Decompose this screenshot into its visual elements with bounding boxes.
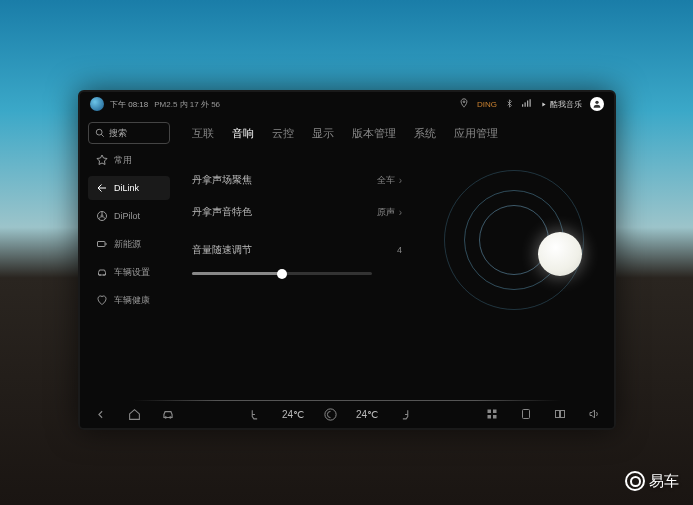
- car-button[interactable]: [160, 406, 176, 422]
- watermark: 易车: [625, 471, 679, 491]
- svg-rect-17: [488, 415, 492, 419]
- steering-icon: [96, 210, 108, 222]
- sidebar-label: 车辆设置: [114, 266, 150, 279]
- tab-apps[interactable]: 应用管理: [454, 126, 498, 141]
- ding-label: DING: [477, 100, 497, 109]
- sidebar-item-dilink[interactable]: DiLink: [88, 176, 170, 200]
- svg-rect-16: [493, 410, 497, 414]
- bottom-bar: 24℃ 24℃: [80, 400, 614, 428]
- svg-point-13: [170, 417, 171, 418]
- tab-cloud[interactable]: 云控: [272, 126, 294, 141]
- volume-slider[interactable]: [192, 272, 372, 275]
- slider-fill: [192, 272, 282, 275]
- setting-value: 4: [397, 245, 402, 255]
- sidebar-label: DiPilot: [114, 211, 140, 221]
- sidebar-item-vehicle-settings[interactable]: 车辆设置: [88, 260, 170, 284]
- svg-rect-20: [556, 411, 560, 418]
- seat-right-button[interactable]: [396, 406, 412, 422]
- pm25-readout: PM2.5 内 17 外 56: [154, 99, 220, 110]
- setting-label: 丹拿声音特色: [192, 205, 252, 219]
- avatar-icon[interactable]: [590, 97, 604, 111]
- setting-sound-tone[interactable]: 丹拿声音特色 原声›: [192, 196, 402, 228]
- chevron-right-icon: ›: [399, 175, 402, 186]
- infotainment-screen: 下午 08:18 PM2.5 内 17 外 56 DING 酷我音乐: [78, 90, 616, 430]
- svg-point-12: [165, 417, 166, 418]
- car-icon: [96, 266, 108, 278]
- location-icon[interactable]: [459, 98, 469, 110]
- svg-point-0: [463, 101, 465, 103]
- sidebar-label: 常用: [114, 154, 132, 167]
- tab-connect[interactable]: 互联: [192, 126, 214, 141]
- search-input[interactable]: 搜索: [88, 122, 170, 144]
- svg-rect-21: [561, 411, 565, 418]
- svg-point-8: [101, 215, 103, 217]
- home-button[interactable]: [126, 406, 142, 422]
- watermark-icon: [625, 471, 645, 491]
- search-placeholder: 搜索: [109, 127, 127, 140]
- back-icon: [96, 182, 108, 194]
- tab-display[interactable]: 显示: [312, 126, 334, 141]
- chevron-right-icon: ›: [399, 207, 402, 218]
- apps-button[interactable]: [484, 406, 500, 422]
- svg-rect-15: [488, 410, 492, 414]
- slider-knob[interactable]: [277, 269, 287, 279]
- sidebar-item-frequent[interactable]: 常用: [88, 148, 170, 172]
- svg-point-14: [324, 408, 335, 419]
- search-icon: [95, 128, 105, 138]
- globe-icon: [90, 97, 104, 111]
- clock: 下午 08:18: [110, 99, 148, 110]
- watermark-label: 易车: [649, 472, 679, 491]
- sidebar-label: DiLink: [114, 183, 139, 193]
- tab-system[interactable]: 系统: [414, 126, 436, 141]
- seat-left-button[interactable]: [248, 406, 264, 422]
- audio-settings: 丹拿声场聚焦 全车› 丹拿声音特色 原声› 音量随速调节 4: [192, 164, 402, 275]
- setting-value: 原声: [377, 206, 395, 219]
- svg-point-5: [595, 101, 598, 104]
- setting-value: 全车: [377, 174, 395, 187]
- sidebar-item-dipilot[interactable]: DiPilot: [88, 204, 170, 228]
- music-button[interactable]: 酷我音乐: [540, 99, 582, 110]
- tab-bar: 互联 音响 云控 显示 版本管理 系统 应用管理: [192, 120, 600, 146]
- status-bar: 下午 08:18 PM2.5 内 17 外 56 DING 酷我音乐: [80, 92, 614, 116]
- setting-sound-focus[interactable]: 丹拿声场聚焦 全车›: [192, 164, 402, 196]
- sidebar: 搜索 常用 DiLink DiPilot 新能源 车辆设置: [80, 116, 178, 404]
- bluetooth-icon[interactable]: [505, 99, 514, 110]
- sound-visualization: [434, 160, 594, 320]
- svg-rect-19: [523, 410, 530, 419]
- content-area: 互联 音响 云控 显示 版本管理 系统 应用管理 丹拿声场聚焦 全车› 丹拿声音…: [178, 116, 614, 404]
- notifications-button[interactable]: [518, 406, 534, 422]
- battery-icon: [96, 238, 108, 250]
- sidebar-label: 车辆健康: [114, 294, 150, 307]
- sidebar-label: 新能源: [114, 238, 141, 251]
- volume-button[interactable]: [586, 406, 602, 422]
- back-button[interactable]: [92, 406, 108, 422]
- svg-rect-3: [527, 101, 528, 107]
- sidebar-item-vehicle-health[interactable]: 车辆健康: [88, 288, 170, 312]
- signal-icon: [522, 99, 532, 109]
- temp-right[interactable]: 24℃: [356, 409, 378, 420]
- star-icon: [96, 154, 108, 166]
- focus-orb[interactable]: [538, 232, 582, 276]
- setting-label: 音量随速调节: [192, 243, 252, 257]
- setting-label: 丹拿声场聚焦: [192, 173, 252, 187]
- split-button[interactable]: [552, 406, 568, 422]
- ring-icon: [479, 205, 549, 275]
- svg-rect-2: [525, 102, 526, 106]
- music-label: 酷我音乐: [550, 99, 582, 110]
- svg-point-10: [100, 275, 101, 276]
- temp-left[interactable]: 24℃: [282, 409, 304, 420]
- tab-audio[interactable]: 音响: [232, 126, 254, 141]
- setting-volume-speed: 音量随速调节 4: [192, 234, 402, 266]
- tab-version[interactable]: 版本管理: [352, 126, 396, 141]
- svg-rect-1: [522, 104, 523, 107]
- sidebar-item-energy[interactable]: 新能源: [88, 232, 170, 256]
- svg-rect-9: [98, 242, 106, 247]
- climate-button[interactable]: [322, 406, 338, 422]
- svg-point-6: [96, 129, 102, 135]
- svg-point-11: [104, 275, 105, 276]
- svg-rect-18: [493, 415, 497, 419]
- svg-rect-4: [530, 99, 531, 107]
- health-icon: [96, 294, 108, 306]
